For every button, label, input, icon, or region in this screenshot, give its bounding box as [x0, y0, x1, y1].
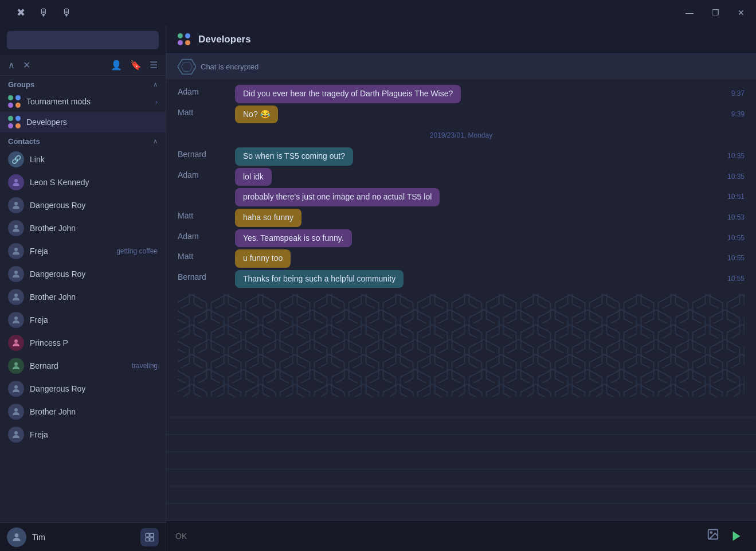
contact-brother-john-3[interactable]: Brother John [0, 400, 166, 423]
svg-point-1 [14, 202, 18, 205]
menu-icon[interactable]: ☰ [150, 60, 158, 71]
contact-name-dangerous-roy-3: Dangerous Roy [30, 384, 158, 393]
contact-dangerous-roy-3[interactable]: Dangerous Roy [0, 377, 166, 400]
message-row-adam-2: Adam lol idk 10:35 [178, 168, 745, 186]
message-time-matt-1: 9:39 [720, 105, 745, 118]
dot1 [8, 116, 13, 121]
contact-princess-p[interactable]: Princess P [0, 331, 166, 354]
contact-leon[interactable]: Leon S Kennedy [0, 171, 166, 194]
dot2 [15, 116, 21, 121]
message-time-adam-1: 9:37 [720, 85, 745, 97]
contact-name-princess-p: Princess P [30, 338, 158, 347]
bookmark-icon[interactable]: 🔖 [130, 60, 142, 71]
chat-messages[interactable]: Adam Did you ever hear the tragedy of Da… [166, 79, 756, 520]
encryption-bar: Chat is encrypted [166, 54, 756, 79]
message-sender-matt-3: Matt [178, 249, 235, 261]
group-item-tournament[interactable]: Tournament mods › [0, 91, 166, 112]
send-button[interactable] [726, 526, 747, 546]
search-bar[interactable] [7, 31, 159, 49]
collapse-icon[interactable]: ∧ [8, 60, 15, 71]
avatar-brother-john-1 [8, 220, 24, 236]
message-row-adam-1: Adam Did you ever hear the tragedy of Da… [178, 85, 745, 103]
app-icons: ✖ 🎙 🎙 [11, 3, 76, 22]
dot4 [15, 103, 21, 108]
svg-rect-22 [178, 294, 745, 397]
svg-point-10 [14, 408, 18, 412]
contact-brother-john-1[interactable]: Brother John [0, 217, 166, 240]
header-dot3 [178, 40, 183, 45]
contact-bernard[interactable]: Bernard traveling [0, 354, 166, 377]
message-bubble-bernard-1: So when is TS5 coming out? [235, 147, 353, 166]
dot3 [8, 103, 13, 108]
avatar-freja-2 [8, 312, 24, 328]
app-icon-mic1[interactable]: 🎙 [34, 3, 53, 22]
dot3 [8, 123, 13, 128]
svg-rect-16 [150, 537, 154, 541]
contact-name-brother-john-3: Brother John [30, 407, 158, 416]
message-bubble-adam-1: Did you ever hear the tragedy of Darth P… [235, 85, 461, 103]
contact-name-freja-2: Freja [30, 315, 158, 325]
maximize-button[interactable]: ❐ [707, 6, 724, 19]
svg-point-7 [14, 339, 18, 343]
message-time-adam-3: 10:51 [716, 188, 745, 201]
message-time-matt-3: 10:55 [716, 249, 745, 262]
svg-rect-13 [146, 533, 149, 537]
contacts-toggle[interactable]: ∧ [153, 138, 158, 145]
message-sender-matt-2: Matt [178, 209, 235, 220]
avatar-dangerous-roy-1 [8, 197, 24, 213]
contact-dangerous-roy-2[interactable]: Dangerous Roy [0, 263, 166, 286]
contact-name-dangerous-roy-1: Dangerous Roy [30, 201, 158, 210]
close-icon[interactable]: ✕ [23, 60, 30, 71]
contact-freja-2[interactable]: Freja [0, 308, 166, 331]
svg-point-9 [14, 385, 18, 389]
contact-dangerous-roy-1[interactable]: Dangerous Roy [0, 194, 166, 217]
groups-toggle[interactable]: ∧ [153, 81, 158, 88]
svg-point-0 [14, 179, 18, 182]
sidebar-top [0, 25, 166, 55]
header-dot2 [185, 33, 190, 38]
message-bubble-adam-2: lol idk [235, 168, 272, 186]
person-icon[interactable]: 👤 [111, 60, 122, 71]
hex-icon [178, 58, 196, 75]
contacts-section-header: Contacts ∧ [0, 132, 166, 148]
app-icon-x[interactable]: ✖ [11, 3, 30, 22]
contact-brother-john-2[interactable]: Brother John [0, 286, 166, 308]
contact-freja-1[interactable]: Freja getting coffee [0, 240, 166, 263]
contact-freja-3[interactable]: Freja [0, 423, 166, 446]
dot1 [8, 95, 13, 100]
svg-marker-17 [178, 60, 196, 75]
chat-header-dots [178, 33, 190, 46]
contact-status-freja-1: getting coffee [116, 247, 158, 255]
message-bubble-matt-2: haha so funny [235, 209, 301, 227]
dot4 [15, 123, 21, 128]
svg-rect-14 [150, 533, 154, 537]
close-button[interactable]: ✕ [733, 6, 749, 19]
message-time-adam-2: 10:35 [716, 168, 745, 181]
chat-input-field[interactable] [175, 532, 700, 541]
contact-name-bernard: Bernard [30, 361, 126, 370]
chat-header: Developers [166, 25, 756, 54]
app-icon-mic2[interactable]: 🎙 [57, 3, 76, 22]
group-item-developers[interactable]: Developers [0, 112, 166, 132]
svg-point-2 [14, 225, 18, 228]
message-time-matt-2: 10:53 [716, 209, 745, 221]
toolbar-right-icons: 👤 🔖 ☰ [111, 60, 158, 71]
avatar-brother-john-2 [8, 289, 24, 305]
message-row-matt-1: Matt No? 😂 9:39 [178, 105, 745, 124]
chat-channel-name: Developers [198, 34, 251, 45]
contact-name-dangerous-roy-2: Dangerous Roy [30, 269, 158, 279]
svg-rect-15 [146, 537, 149, 541]
contacts-label: Contacts [8, 137, 40, 146]
hex-background-svg [178, 294, 745, 397]
svg-point-3 [14, 248, 18, 251]
contact-name-freja-3: Freja [30, 430, 158, 439]
message-bubble-matt-3: u funny too [235, 249, 291, 268]
user-action-icon[interactable] [140, 528, 159, 546]
groups-section-header: Groups ∧ [0, 76, 166, 91]
image-icon[interactable] [707, 528, 719, 544]
groups-label: Groups [8, 80, 34, 89]
contact-link[interactable]: 🔗 Link [0, 148, 166, 171]
minimize-button[interactable]: — [681, 6, 698, 19]
message-sender-adam-4: Adam [178, 229, 235, 241]
message-time-bernard-1: 10:35 [716, 147, 745, 160]
